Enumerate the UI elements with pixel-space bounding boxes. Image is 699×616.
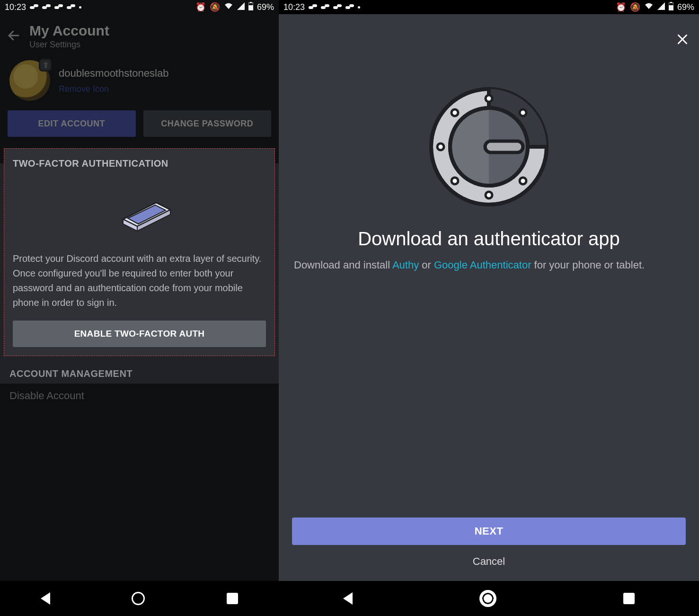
back-arrow-icon[interactable]: [7, 28, 21, 45]
controller-icon: [309, 4, 317, 10]
phone-right: 10:23 ⏰ 🔕 69%: [279, 0, 699, 616]
svg-rect-2: [248, 5, 253, 10]
nav-home-icon[interactable]: [132, 592, 145, 605]
edit-account-button[interactable]: EDIT ACCOUNT: [8, 110, 136, 137]
desc-or: or: [419, 259, 434, 271]
status-time: 10:23: [5, 2, 26, 12]
avatar[interactable]: ⇪: [9, 60, 50, 101]
profile-row: ⇪ doublesmoothstoneslab Remove Icon: [0, 55, 279, 106]
disable-account-link[interactable]: Disable Account: [0, 385, 279, 416]
signal-icon: [657, 2, 665, 12]
more-notifications-dot: [358, 6, 360, 9]
svg-point-22: [437, 143, 444, 150]
modal-title: Download an authenticator app: [279, 228, 699, 250]
remove-icon-link[interactable]: Remove Icon: [59, 84, 168, 94]
cancel-button[interactable]: Cancel: [292, 545, 686, 573]
svg-point-23: [451, 178, 458, 184]
battery-percent: 69%: [257, 2, 274, 12]
controller-icon: [54, 4, 63, 10]
status-time: 10:23: [283, 2, 305, 12]
alarm-icon: ⏰: [195, 2, 206, 12]
controller-icon: [30, 4, 38, 10]
wifi-icon: [224, 2, 233, 12]
authenticator-vault-icon: [279, 85, 699, 208]
phone-left: 10:23 ⏰ 🔕 69%: [0, 0, 279, 616]
nav-home-icon[interactable]: [481, 591, 495, 606]
controller-icon: [345, 4, 354, 10]
battery-icon: [669, 2, 673, 13]
account-buttons: EDIT ACCOUNT CHANGE PASSWORD: [0, 106, 279, 148]
svg-point-21: [451, 109, 458, 116]
authy-link[interactable]: Authy: [392, 259, 419, 271]
modal-description: Download and install Authy or Google Aut…: [279, 250, 699, 273]
twofa-title: TWO-FACTOR AUTHENTICATION: [13, 158, 266, 169]
svg-point-24: [486, 192, 492, 198]
twofa-section: TWO-FACTOR AUTHENTICATION Protect your D…: [4, 148, 275, 356]
change-password-button[interactable]: CHANGE PASSWORD: [143, 110, 272, 137]
nav-recent-icon[interactable]: [623, 593, 635, 604]
status-bar: 10:23 ⏰ 🔕 69%: [0, 0, 279, 14]
battery-percent: 69%: [677, 2, 694, 12]
twofa-description: Protect your Discord account with an ext…: [13, 251, 266, 310]
signal-icon: [237, 2, 245, 12]
next-button[interactable]: NEXT: [292, 518, 686, 545]
more-notifications-dot: [79, 6, 81, 9]
controller-icon: [333, 4, 342, 10]
status-bar: 10:23 ⏰ 🔕 69%: [279, 0, 699, 14]
page-subtitle: User Settings: [29, 40, 109, 50]
controller-icon: [42, 4, 51, 10]
android-navbar: [0, 581, 279, 616]
battery-icon: [248, 2, 253, 13]
nav-back-icon[interactable]: [343, 592, 353, 605]
account-management-title: ACCOUNT MANAGEMENT: [0, 356, 279, 385]
svg-rect-11: [669, 5, 673, 10]
nav-back-icon[interactable]: [41, 592, 50, 605]
page-title: My Account: [29, 23, 109, 39]
desc-pre: Download and install: [294, 259, 392, 271]
desc-post: for your phone or tablet.: [531, 259, 645, 271]
app-header: My Account User Settings: [0, 14, 279, 55]
close-icon[interactable]: [676, 33, 689, 49]
authenticator-modal: Download an authenticator app Download a…: [279, 14, 699, 581]
dnd-icon: 🔕: [630, 2, 640, 12]
nav-recent-icon[interactable]: [227, 593, 238, 604]
dnd-icon: 🔕: [210, 2, 220, 12]
google-authenticator-link[interactable]: Google Authenticator: [434, 259, 531, 271]
controller-icon: [67, 4, 75, 10]
wifi-icon: [644, 2, 654, 12]
android-navbar: [279, 581, 699, 616]
username: doublesmoothstoneslab: [59, 67, 168, 80]
svg-point-26: [520, 109, 526, 116]
enable-twofa-button[interactable]: ENABLE TWO-FACTOR AUTH: [13, 321, 266, 347]
svg-point-25: [520, 178, 526, 184]
svg-rect-19: [485, 141, 523, 152]
svg-point-20: [486, 95, 492, 102]
controller-icon: [321, 4, 329, 10]
upload-avatar-icon[interactable]: ⇪: [39, 58, 52, 71]
alarm-icon: ⏰: [616, 2, 626, 12]
phone-illustration: [13, 186, 266, 238]
